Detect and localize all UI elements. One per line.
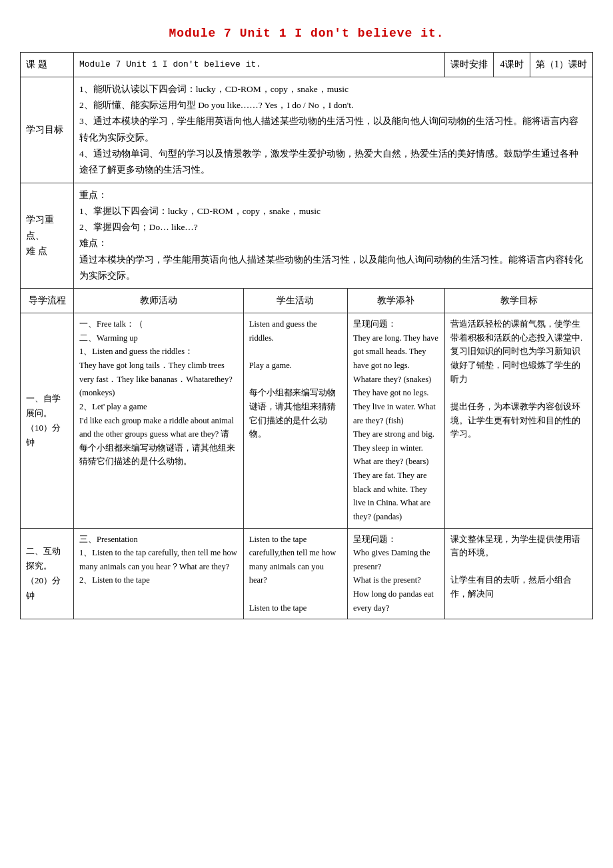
main-table: 课 题 Module 7 Unit 1 I don't believe it. … <box>20 52 593 619</box>
keti-value: Module 7 Unit 1 I don't believe it. <box>74 53 445 77</box>
activity-label-1: 二、互动探究。 （20）分钟 <box>21 528 74 619</box>
xueximubiao-label: 学习目标 <box>21 77 74 183</box>
supplement-1: 呈现问题： Who gives Daming the presenr? What… <box>347 528 444 619</box>
teacher-activity-1: 三、Presentation 1、Listen to the tap caref… <box>74 528 244 619</box>
di-label: 第（1）课时 <box>530 53 593 77</box>
keti-label: 课 题 <box>21 53 74 77</box>
xueximubiaorow: 学习目标 1、能听说认读以下四会词：lucky，CD-ROM，copy，snak… <box>21 77 593 183</box>
col-header-2: 学生活动 <box>243 289 347 313</box>
activity-label-0: 一、自学展问。 （10）分钟 <box>21 313 74 528</box>
col-header-1: 教师活动 <box>74 289 244 313</box>
student-activity-1: Listen to the tape carefully,then tell m… <box>243 528 347 619</box>
keshi-label: 课时安排 <box>445 53 494 77</box>
header-row: 课 题 Module 7 Unit 1 I don't believe it. … <box>21 53 593 77</box>
goal-0: 营造活跃轻松的课前气氛，使学生带着积极和活跃的心态投入课堂中. 复习旧知识的同时… <box>445 313 593 528</box>
supplement-0: 呈现问题： They are long. They have got small… <box>347 313 444 528</box>
activity-row-0: 一、自学展问。 （10）分钟 一、Free talk：（ 二、Warming u… <box>21 313 593 528</box>
col-header-4: 教学目标 <box>445 289 593 313</box>
teacher-activity-0: 一、Free talk：（ 二、Warming up 1、Listen and … <box>74 313 244 528</box>
col-header-3: 教学添补 <box>347 289 444 313</box>
goal-1: 课文整体呈现，为学生提供使用语言的环境。 让学生有目的去听，然后小组合作，解决问 <box>445 528 593 619</box>
keshi-value: 4课时 <box>494 53 530 77</box>
page-title: Module 7 Unit 1 I don't believe it. <box>20 27 593 40</box>
zhongdian-label: 学习重点、 难 点 <box>21 183 74 289</box>
col-header-0: 导学流程 <box>21 289 74 313</box>
activity-row-1: 二、互动探究。 （20）分钟 三、Presentation 1、Listen t… <box>21 528 593 619</box>
student-activity-0: Listen and guess the riddles. Play a gam… <box>243 313 347 528</box>
xueximubiao-content: 1、能听说认读以下四会词：lucky，CD-ROM，copy，snake，mus… <box>74 77 593 183</box>
zhongdian-content: 重点： 1、掌握以下四会词：lucky，CD-ROM，copy，snake，mu… <box>74 183 593 289</box>
col-headers-row: 导学流程 教师活动 学生活动 教学添补 教学目标 <box>21 289 593 313</box>
zhongdian-row: 学习重点、 难 点 重点： 1、掌握以下四会词：lucky，CD-ROM，cop… <box>21 183 593 289</box>
